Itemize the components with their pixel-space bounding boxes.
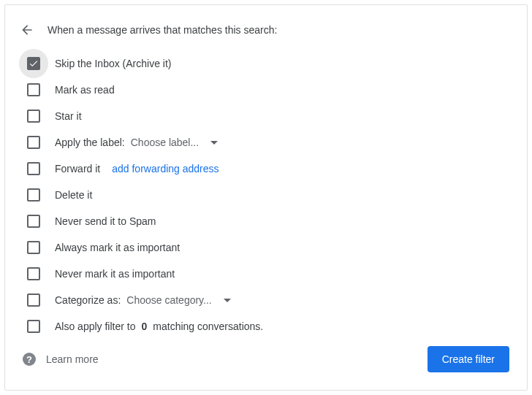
label-never-important: Never mark it as important	[55, 268, 175, 280]
learn-more-text: Learn more	[46, 353, 99, 365]
label-skip-inbox: Skip the Inbox (Archive it)	[55, 58, 172, 69]
categorize-dropdown-text: Choose category...	[126, 294, 211, 306]
back-arrow-icon[interactable]	[20, 23, 34, 37]
help-icon: ?	[23, 353, 36, 366]
option-always-important: Always mark it as important	[20, 234, 512, 261]
checkbox-categorize-as[interactable]	[27, 294, 40, 307]
option-mark-read: Mark as read	[20, 77, 512, 103]
add-forwarding-link[interactable]: add forwarding address	[112, 163, 218, 175]
learn-more-link[interactable]: ? Learn more	[23, 353, 99, 366]
filter-options-panel: When a message arrives that matches this…	[4, 4, 528, 391]
header-row: When a message arrives that matches this…	[20, 23, 512, 37]
option-categorize-as: Categorize as: Choose category...	[20, 287, 512, 313]
apply-label-text: Apply the label:	[55, 137, 125, 148]
checkbox-never-spam[interactable]	[27, 215, 40, 228]
footer-row: ? Learn more Create filter	[23, 346, 509, 372]
label-always-important: Always mark it as important	[55, 242, 180, 253]
forward-it-text: Forward it	[55, 163, 100, 175]
option-never-important: Never mark it as important	[20, 261, 512, 287]
checkbox-skip-inbox[interactable]	[27, 57, 40, 70]
checkbox-also-apply[interactable]	[27, 320, 40, 333]
option-delete-it: Delete it	[20, 182, 512, 208]
label-never-spam: Never send it to Spam	[55, 215, 156, 227]
checkbox-star-it[interactable]	[27, 110, 40, 123]
option-also-apply: Also apply filter to 0 matching conversa…	[20, 313, 512, 340]
label-apply-label: Apply the label: Choose label...	[55, 137, 218, 148]
header-title: When a message arrives that matches this…	[48, 24, 277, 36]
apply-label-dropdown-text: Choose label...	[131, 137, 199, 148]
chevron-down-icon	[210, 141, 218, 145]
label-star-it: Star it	[55, 110, 82, 122]
option-forward-it: Forward it add forwarding address	[20, 156, 512, 182]
label-forward-it: Forward it add forwarding address	[55, 163, 219, 175]
label-delete-it: Delete it	[55, 189, 92, 201]
checkbox-never-important[interactable]	[27, 267, 40, 280]
label-also-apply: Also apply filter to 0 matching conversa…	[55, 321, 263, 332]
checkbox-wrap	[27, 57, 40, 70]
create-filter-button[interactable]: Create filter	[428, 346, 509, 372]
checkbox-apply-label[interactable]	[27, 136, 40, 149]
checkbox-forward-it[interactable]	[27, 162, 40, 175]
also-apply-pre: Also apply filter to	[55, 321, 136, 332]
option-apply-label: Apply the label: Choose label...	[20, 129, 512, 156]
option-star-it: Star it	[20, 103, 512, 129]
option-skip-inbox: Skip the Inbox (Archive it)	[20, 50, 512, 77]
checkbox-delete-it[interactable]	[27, 188, 40, 202]
label-categorize-as: Categorize as: Choose category...	[55, 294, 231, 306]
label-mark-read: Mark as read	[55, 84, 115, 96]
checkbox-mark-read[interactable]	[27, 83, 40, 96]
apply-label-dropdown[interactable]: Choose label...	[131, 137, 218, 148]
categorize-as-text: Categorize as:	[55, 294, 121, 306]
chevron-down-icon	[224, 299, 231, 302]
also-apply-post: matching conversations.	[153, 321, 263, 332]
option-never-spam: Never send it to Spam	[20, 208, 512, 234]
also-apply-count: 0	[142, 321, 148, 332]
checkbox-always-important[interactable]	[27, 241, 40, 254]
categorize-dropdown[interactable]: Choose category...	[126, 294, 230, 306]
